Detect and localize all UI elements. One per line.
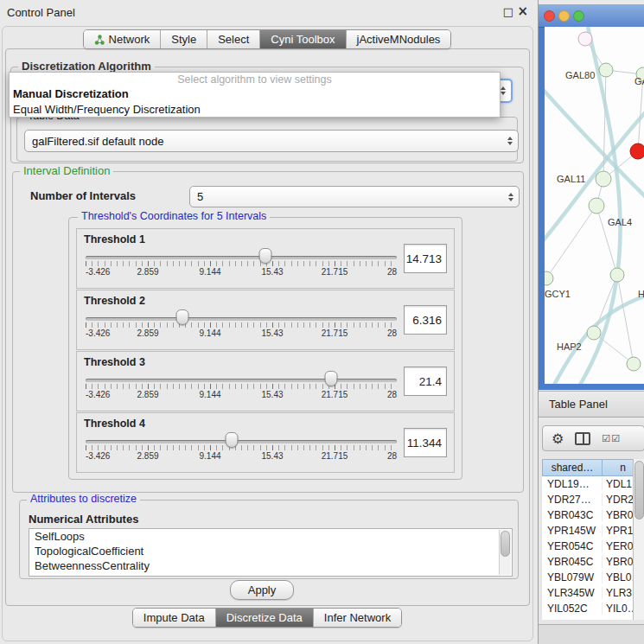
network-node[interactable] <box>596 171 611 187</box>
gear-icon[interactable]: ⚙ <box>552 430 564 447</box>
tab-select[interactable]: Select <box>207 30 259 48</box>
table-cell[interactable]: YBR045C <box>542 556 603 568</box>
dropdown-option-equal-width[interactable]: Equal Width/Frequency Discretization <box>10 102 500 117</box>
network-canvas[interactable]: GAL80GAGAL11GAL4GCY1HAP2H <box>545 27 644 384</box>
list-item[interactable]: SelfLoops <box>29 529 512 544</box>
numerical-attributes-label: Numerical Attributes <box>29 513 138 526</box>
dropdown-placeholder-option[interactable]: Select algorithm to view settings <box>10 73 500 86</box>
network-edge[interactable] <box>617 275 634 364</box>
panel-titlebar: Control Panel □ × <box>0 0 534 24</box>
network-window[interactable]: GAL80GAGAL11GAL4GCY1HAP2H <box>539 4 644 390</box>
tab-discretize-data[interactable]: Discretize Data <box>215 609 313 627</box>
columns-icon[interactable] <box>575 432 590 445</box>
network-node[interactable] <box>587 326 601 340</box>
number-of-intervals-combobox[interactable]: 5 <box>189 186 520 207</box>
table-cell[interactable]: YDL19… <box>542 478 603 490</box>
zoom-traffic-light-icon[interactable] <box>573 10 584 22</box>
app-root: Control Panel □ × Network <box>0 0 644 644</box>
network-node-label: GAL11 <box>557 174 585 184</box>
apply-button[interactable]: Apply <box>230 580 294 600</box>
table-cell[interactable]: YLR345W <box>542 587 603 599</box>
list-scrollbar-thumb[interactable] <box>501 531 510 557</box>
tab-impute-data[interactable]: Impute Data <box>133 609 215 627</box>
network-node[interactable] <box>589 198 604 214</box>
table-horizontal-scrollbar[interactable] <box>539 624 644 644</box>
close-traffic-light-icon[interactable] <box>544 10 555 22</box>
table-row[interactable]: YBL079WYBL0… <box>542 570 644 585</box>
thresholds-legend: Threshold's Coordinates for 5 Intervals <box>78 210 270 222</box>
network-canvas-svg[interactable]: GAL80GAGAL11GAL4GCY1HAP2H <box>545 27 644 384</box>
network-node[interactable] <box>578 32 592 46</box>
column-visibility-icons[interactable]: ☑☑ <box>602 433 621 444</box>
tab-cyni-toolbox[interactable]: Cyni Toolbox <box>259 30 345 48</box>
slider-track[interactable] <box>86 440 397 443</box>
close-panel-icon[interactable]: × <box>517 3 528 19</box>
table-row[interactable]: YBR045CYBR0… <box>542 554 644 570</box>
float-panel-icon[interactable]: □ <box>503 5 513 18</box>
tab-style[interactable]: Style <box>160 30 207 48</box>
network-edge[interactable] <box>546 206 596 278</box>
slider-track[interactable] <box>86 317 397 321</box>
slider-ticks <box>86 261 397 266</box>
slider-thumb[interactable] <box>226 432 239 448</box>
dropdown-option-manual-discretization[interactable]: Manual Discretization <box>10 86 500 102</box>
network-node[interactable] <box>627 357 641 371</box>
scrollbar-thumb[interactable] <box>634 461 644 520</box>
table-cell[interactable]: YPR145W <box>542 525 603 537</box>
column-header-shared-name[interactable]: shared… <box>542 459 603 476</box>
threshold-slider[interactable]: -3.4262.8599.14415.4321.71528 <box>86 429 397 469</box>
table-cell[interactable]: YBL079W <box>542 571 603 583</box>
network-edge[interactable] <box>596 206 617 275</box>
slider-track[interactable] <box>86 379 397 382</box>
table-row[interactable]: YDL19…YDL1… <box>542 476 644 492</box>
numerical-attributes-list[interactable]: SelfLoopsTopologicalCoefficientBetweenne… <box>29 528 513 577</box>
slider-scale-label: 9.144 <box>199 267 220 277</box>
algorithm-dropdown-popup: Select algorithm to view settings Manual… <box>9 72 501 118</box>
list-item[interactable]: TopologicalCoefficient <box>29 544 512 558</box>
network-node[interactable] <box>599 63 613 77</box>
tab-label: Impute Data <box>143 611 205 624</box>
table-cell[interactable]: YIL052C <box>542 603 603 615</box>
table-row[interactable]: YLR345WYLR3… <box>542 585 644 601</box>
table-row[interactable]: YIL052CYIL0… <box>542 601 644 616</box>
network-node[interactable] <box>610 268 624 282</box>
threshold-label: Threshold 4 <box>84 418 145 430</box>
slider-scale-label: 21.715 <box>322 267 348 277</box>
spinner-down-icon <box>507 142 513 145</box>
threshold-box-3: Threshold 3 -3.4262.8599.14415.4321.7152… <box>76 351 455 411</box>
threshold-value-field[interactable]: 6.316 <box>404 305 447 335</box>
table-cell[interactable]: YDR27… <box>542 494 603 506</box>
tab-network[interactable]: Network <box>84 30 161 48</box>
table-row[interactable]: YER054CYER0… <box>542 539 644 554</box>
table-row[interactable]: YDR27…YDR2… <box>542 492 644 507</box>
slider-thumb[interactable] <box>258 248 271 264</box>
slider-thumb[interactable] <box>175 309 188 325</box>
table-cell[interactable]: YBR043C <box>542 509 603 521</box>
threshold-value-field[interactable]: 14.713 <box>404 244 447 273</box>
threshold-slider[interactable]: -3.4262.8599.14415.4321.71528 <box>86 306 397 346</box>
slider-scale-label: 2.859 <box>137 267 158 277</box>
network-window-titlebar[interactable] <box>539 4 644 28</box>
slider-thumb[interactable] <box>325 371 338 386</box>
threshold-value-field[interactable]: 21.4 <box>404 367 447 396</box>
slider-scale-label: 21.715 <box>322 451 348 461</box>
table-cell[interactable]: YER054C <box>542 540 603 552</box>
list-scrollbar[interactable] <box>499 530 511 575</box>
spinner-up-icon <box>501 86 506 90</box>
network-node[interactable] <box>545 271 553 285</box>
table-row[interactable]: YPR145WYPR1… <box>542 523 644 539</box>
slider-track[interactable] <box>86 256 397 259</box>
list-item[interactable]: BetweennessCentrality <box>29 558 512 573</box>
table-vertical-scrollbar[interactable] <box>633 459 644 620</box>
minimize-traffic-light-icon[interactable] <box>558 10 570 22</box>
interval-definition-group: Interval Definition Number of Intervals … <box>12 171 524 493</box>
threshold-value-field[interactable]: 11.344 <box>404 428 447 457</box>
table-data-combobox[interactable]: galFiltered.sif default node <box>24 130 519 152</box>
tab-jactivemnodules[interactable]: jActiveMNodules <box>346 30 451 48</box>
tab-infer-network[interactable]: Infer Network <box>313 609 401 627</box>
threshold-slider[interactable]: -3.4262.8599.14415.4321.71528 <box>86 245 397 284</box>
threshold-slider[interactable]: -3.4262.8599.14415.4321.71528 <box>86 367 397 407</box>
threshold-box-1: Threshold 1 -3.4262.8599.14415.4321.7152… <box>76 228 455 289</box>
table-row[interactable]: YBR043CYBR0… <box>542 507 644 523</box>
network-node[interactable] <box>630 143 644 159</box>
